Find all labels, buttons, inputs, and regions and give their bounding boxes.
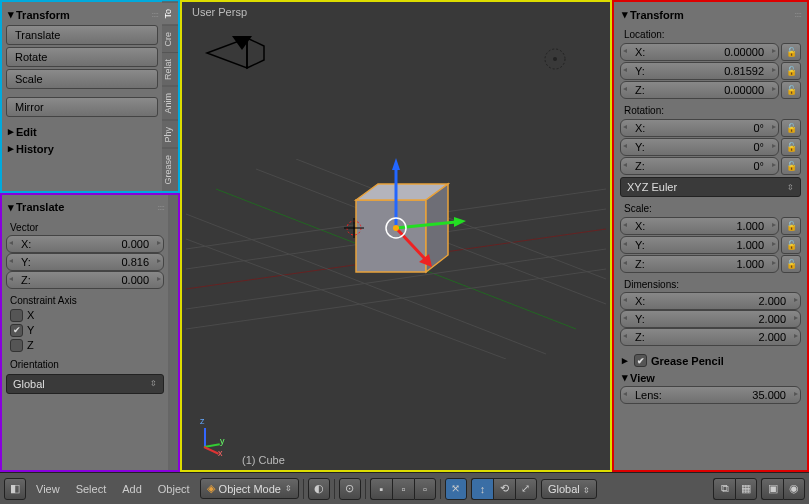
translate-button[interactable]: Translate [6, 25, 158, 45]
scale-z-field[interactable]: Z:1.000 [620, 255, 779, 273]
constraint-z-label: Z [27, 339, 34, 351]
manip-scale[interactable]: ⤢ [515, 478, 537, 500]
transform-orientation-dropdown[interactable]: Global ⇳ [541, 479, 597, 499]
pivot-icon[interactable]: ⊙ [339, 478, 361, 500]
rot-y-field[interactable]: Y:0° [620, 138, 779, 156]
panel-title: Translate [16, 201, 64, 213]
camera-object[interactable] [202, 28, 272, 78]
rot-y-lock[interactable]: 🔓 [781, 138, 801, 156]
axis-widget: z y x [192, 420, 232, 460]
loc-y-field[interactable]: Y:0.81592 [620, 62, 779, 80]
tab-grease[interactable]: Grease [162, 148, 178, 191]
menu-view[interactable]: View [30, 483, 66, 495]
editor-type-icon[interactable]: ◧ [4, 478, 26, 500]
view-panel-header[interactable]: ▾ View [620, 369, 801, 386]
menu-add[interactable]: Add [116, 483, 148, 495]
vector-z-field[interactable]: Z:0.000 [6, 271, 164, 289]
layer-buttons: ▪ ▫ ▫ [370, 478, 436, 500]
transform-panel-header[interactable]: ▾ Transform :::: [6, 6, 158, 23]
expand-icon: ▸ [6, 125, 16, 138]
manip-rotate[interactable]: ⟲ [493, 478, 515, 500]
orientation-dropdown[interactable]: Global⇳ [6, 374, 164, 394]
constraint-x-label: X [27, 309, 34, 321]
grip-icon: :::: [794, 10, 801, 19]
history-panel-header[interactable]: ▸ History [6, 140, 158, 157]
dim-x-field[interactable]: X:2.000 [620, 292, 801, 310]
snap-type-icon[interactable]: ▦ [735, 478, 757, 500]
translate-panel-header[interactable]: ▾ Translate :::: [6, 199, 164, 216]
constraint-y-checkbox[interactable] [10, 324, 23, 337]
viewport-3d[interactable]: User Persp [180, 0, 612, 472]
layer-3[interactable]: ▫ [414, 478, 436, 500]
scale-button[interactable]: Scale [6, 69, 158, 89]
rot-x-lock[interactable]: 🔓 [781, 119, 801, 137]
panel-title: Grease Pencil [651, 355, 724, 367]
svg-point-14 [553, 57, 557, 61]
grip-icon: :::: [157, 203, 164, 212]
tab-animation[interactable]: Anim [162, 86, 178, 120]
layer-1[interactable]: ▪ [370, 478, 392, 500]
dropdown-icon: ⇳ [150, 379, 157, 388]
scale-x-field[interactable]: X:1.000 [620, 217, 779, 235]
menu-select[interactable]: Select [70, 483, 113, 495]
tab-relations[interactable]: Relat [162, 52, 178, 86]
dim-z-field[interactable]: Z:2.000 [620, 328, 801, 346]
constraint-z-checkbox[interactable] [10, 339, 23, 352]
scale-label: Scale: [620, 201, 801, 216]
constraint-label: Constraint Axis [6, 293, 164, 308]
collapse-icon: ▾ [6, 201, 16, 214]
collapse-icon: ▾ [6, 8, 16, 21]
location-label: Location: [620, 27, 801, 42]
rot-x-field[interactable]: X:0° [620, 119, 779, 137]
grease-pencil-header[interactable]: ▸ Grease Pencil [620, 352, 801, 369]
rot-z-field[interactable]: Z:0° [620, 157, 779, 175]
grease-pencil-checkbox[interactable] [634, 354, 647, 367]
dropdown-icon: ⇳ [285, 484, 292, 493]
tab-create[interactable]: Cre [162, 25, 178, 53]
collapse-icon: ▾ [620, 8, 630, 21]
layer-2[interactable]: ▫ [392, 478, 414, 500]
tab-physics[interactable]: Phy [162, 120, 178, 149]
loc-z-lock[interactable]: 🔓 [781, 81, 801, 99]
menu-object[interactable]: Object [152, 483, 196, 495]
panel-title: History [16, 143, 54, 155]
svg-marker-21 [454, 217, 466, 227]
svg-point-25 [393, 225, 399, 231]
scale-z-lock[interactable]: 🔓 [781, 255, 801, 273]
manip-translate[interactable]: ↕ [471, 478, 493, 500]
snap-icon[interactable]: ⧉ [713, 478, 735, 500]
scale-x-lock[interactable]: 🔓 [781, 217, 801, 235]
loc-y-lock[interactable]: 🔓 [781, 62, 801, 80]
expand-icon: ▸ [620, 354, 630, 367]
panel-title: Edit [16, 126, 37, 138]
loc-x-lock[interactable]: 🔓 [781, 43, 801, 61]
scale-y-lock[interactable]: 🔓 [781, 236, 801, 254]
vector-x-field[interactable]: X:0.000 [6, 235, 164, 253]
tab-tools[interactable]: To [162, 2, 178, 25]
render-preview-icon[interactable]: ▣ [761, 478, 783, 500]
constraint-x-checkbox[interactable] [10, 309, 23, 322]
rotation-mode-dropdown[interactable]: XYZ Euler⇳ [620, 177, 801, 197]
edit-panel-header[interactable]: ▸ Edit [6, 123, 158, 140]
tool-tabs: To Cre Relat Anim Phy Grease [162, 2, 178, 191]
rot-z-lock[interactable]: 🔓 [781, 157, 801, 175]
dimensions-label: Dimensions: [620, 277, 801, 292]
loc-z-field[interactable]: Z:0.00000 [620, 81, 779, 99]
dropdown-icon: ⇳ [787, 183, 794, 192]
manipulator-toggle[interactable]: ⤧ [445, 478, 467, 500]
dim-y-field[interactable]: Y:2.000 [620, 310, 801, 328]
mirror-button[interactable]: Mirror [6, 97, 158, 117]
lamp-object[interactable] [540, 44, 570, 74]
lens-field[interactable]: Lens:35.000 [620, 386, 801, 404]
rotate-button[interactable]: Rotate [6, 47, 158, 67]
viewport-label: User Persp [192, 6, 247, 18]
loc-x-field[interactable]: X:0.00000 [620, 43, 779, 61]
shading-mode-icon[interactable]: ◐ [308, 478, 330, 500]
vector-y-field[interactable]: Y:0.816 [6, 253, 164, 271]
n-transform-header[interactable]: ▾ Transform :::: [620, 6, 801, 23]
render-icon[interactable]: ◉ [783, 478, 805, 500]
panel-title: Transform [16, 9, 70, 21]
scale-y-field[interactable]: Y:1.000 [620, 236, 779, 254]
cube-object[interactable] [316, 150, 476, 322]
mode-dropdown[interactable]: ◈ Object Mode ⇳ [200, 478, 299, 499]
